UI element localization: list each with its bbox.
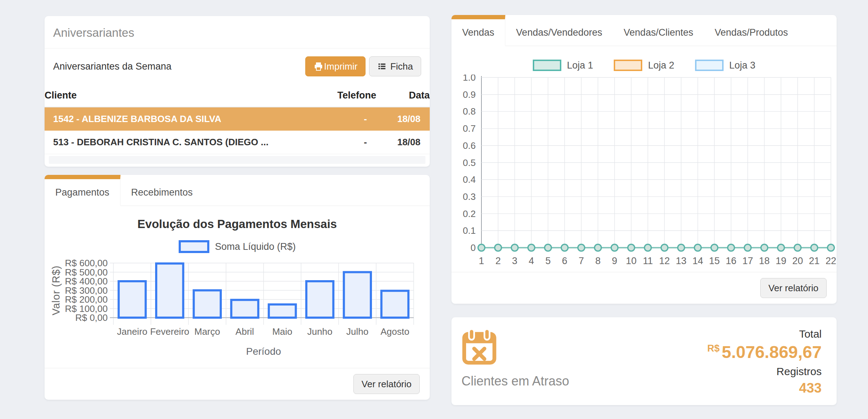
tab-label: Pagamentos <box>55 187 109 198</box>
svg-text:Março: Março <box>194 326 220 337</box>
legend-swatch <box>533 60 561 71</box>
total-label: Total <box>707 328 822 340</box>
toolbar-buttons: Imprimir Ficha <box>305 56 421 76</box>
vendas-tabbar: Vendas Vendas/Vendedores Vendas/Clientes… <box>451 15 837 46</box>
svg-text:14: 14 <box>693 256 703 266</box>
imprimir-label: Imprimir <box>324 61 358 72</box>
cell-data: 18/08 <box>367 131 430 154</box>
svg-text:18: 18 <box>759 256 770 266</box>
clientes-em-atraso-card: Clientes em Atraso Total R$5.076.869,67 … <box>451 317 837 405</box>
svg-text:8: 8 <box>595 256 601 266</box>
bar-chart: R$ 0,00R$ 100,00R$ 200,00R$ 300,00R$ 400… <box>52 256 423 360</box>
ficha-button[interactable]: Ficha <box>369 56 421 76</box>
svg-text:R$ 200,00: R$ 200,00 <box>65 294 108 305</box>
atraso-title: Clientes em Atraso <box>461 374 569 389</box>
ver-relatorio-label: Ver relatório <box>769 283 818 294</box>
col-header-data: Data <box>376 84 430 107</box>
vendas-chart-area: Loja 1Loja 2Loja 3 00.10.20.30.40.50.60.… <box>451 59 837 269</box>
legend-swatch <box>179 240 209 253</box>
svg-text:0.4: 0.4 <box>463 174 476 185</box>
tab-vendas[interactable]: Vendas <box>451 15 505 46</box>
tab-vendas-clientes[interactable]: Vendas/Clientes <box>613 15 704 46</box>
svg-text:16: 16 <box>726 256 736 266</box>
svg-text:Valor (R$): Valor (R$) <box>52 266 62 315</box>
line-chart: 00.10.20.30.40.50.60.70.80.91.0123456789… <box>451 75 837 269</box>
cell-telefone: - <box>274 107 367 131</box>
legend-item: Loja 2 <box>614 60 674 71</box>
legend-item: Loja 3 <box>695 60 756 71</box>
svg-text:10: 10 <box>626 256 637 266</box>
atraso-left-block: Clientes em Atraso <box>461 328 569 396</box>
pagamentos-footer: Ver relatório <box>45 368 430 400</box>
svg-text:22: 22 <box>826 256 836 266</box>
table-row[interactable]: 513 - DEBORAH CRISTINA C. SANTOS (DIEGO … <box>45 131 430 154</box>
svg-text:Maio: Maio <box>272 326 292 337</box>
legend-label: Loja 3 <box>729 60 756 71</box>
total-amount: 5.076.869,67 <box>722 343 822 362</box>
tab-vendas-vendedores[interactable]: Vendas/Vendedores <box>505 15 613 46</box>
tab-label: Recebimentos <box>131 187 193 198</box>
left-column: Aniversariantes Aniversariantes da Seman… <box>45 16 430 400</box>
right-column: Vendas Vendas/Vendedores Vendas/Clientes… <box>451 15 837 405</box>
total-value: R$5.076.869,67 <box>707 342 822 362</box>
svg-text:Junho: Junho <box>307 326 332 337</box>
svg-text:1: 1 <box>479 256 484 266</box>
svg-text:2: 2 <box>495 256 501 266</box>
cell-data: 18/08 <box>367 107 430 131</box>
svg-text:0: 0 <box>471 242 476 253</box>
tab-pagamentos[interactable]: Pagamentos <box>45 175 121 206</box>
aniversariantes-card: Aniversariantes Aniversariantes da Seman… <box>45 16 430 167</box>
aniversariantes-table: Cliente Telefone Data 1542 - ALBENIZE BA… <box>45 84 430 164</box>
legend-label: Soma Líquido (R$) <box>215 241 296 252</box>
tab-recebimentos[interactable]: Recebimentos <box>121 175 204 206</box>
svg-text:Abril: Abril <box>235 326 254 337</box>
svg-text:0.1: 0.1 <box>463 225 476 236</box>
svg-text:R$ 600,00: R$ 600,00 <box>65 258 108 268</box>
svg-text:3: 3 <box>512 256 517 266</box>
table-empty-row-strip <box>49 156 425 164</box>
bar-chart-title: Evolução dos Pagamentos Mensais <box>52 217 423 231</box>
legend-item: Loja 1 <box>533 60 593 71</box>
legend-label: Loja 2 <box>648 60 674 71</box>
svg-text:4: 4 <box>529 256 534 266</box>
svg-text:R$ 500,00: R$ 500,00 <box>65 267 108 278</box>
svg-text:R$ 300,00: R$ 300,00 <box>65 285 108 296</box>
svg-text:17: 17 <box>742 256 753 266</box>
vendas-card: Vendas Vendas/Vendedores Vendas/Clientes… <box>451 15 837 304</box>
legend-item: Soma Líquido (R$) <box>179 240 296 253</box>
svg-text:0.3: 0.3 <box>463 191 476 202</box>
svg-text:0.5: 0.5 <box>463 157 476 168</box>
svg-text:1.0: 1.0 <box>463 75 476 83</box>
svg-text:11: 11 <box>643 256 653 266</box>
svg-text:Período: Período <box>246 346 281 357</box>
svg-text:0.6: 0.6 <box>463 140 476 151</box>
pagamentos-chart-area: Evolução dos Pagamentos Mensais Soma Líq… <box>45 217 430 368</box>
svg-text:12: 12 <box>659 256 670 266</box>
tab-label: Vendas/Clientes <box>624 27 693 38</box>
page-title: Aniversariantes <box>53 26 134 39</box>
currency-prefix: R$ <box>707 343 720 354</box>
vendas-footer: Ver relatório <box>451 272 837 304</box>
col-header-telefone: Telefone <box>284 84 376 107</box>
tab-label: Vendas/Produtos <box>715 27 788 38</box>
svg-text:Fevereiro: Fevereiro <box>150 326 189 337</box>
cell-telefone: - <box>274 131 367 154</box>
svg-text:19: 19 <box>776 256 786 266</box>
ver-relatorio-button[interactable]: Ver relatório <box>353 374 420 394</box>
svg-text:R$ 100,00: R$ 100,00 <box>65 303 108 314</box>
cell-cliente: 513 - DEBORAH CRISTINA C. SANTOS (DIEGO … <box>45 131 274 154</box>
svg-text:20: 20 <box>792 256 803 266</box>
ficha-label: Ficha <box>390 61 413 72</box>
table-row[interactable]: 1542 - ALBENIZE BARBOSA DA SILVA - 18/08 <box>45 107 430 131</box>
registros-label: Registros <box>707 365 822 378</box>
list-icon <box>377 62 387 71</box>
tab-vendas-produtos[interactable]: Vendas/Produtos <box>704 15 799 46</box>
bar-chart-legend: Soma Líquido (R$) <box>52 240 423 253</box>
ver-relatorio-button[interactable]: Ver relatório <box>760 278 827 298</box>
aniversariantes-header: Aniversariantes <box>45 16 430 49</box>
svg-text:5: 5 <box>545 256 551 266</box>
pagamentos-tabbar: Pagamentos Recebimentos <box>45 175 430 206</box>
line-chart-legend: Loja 1Loja 2Loja 3 <box>451 59 837 72</box>
imprimir-button[interactable]: Imprimir <box>305 56 366 76</box>
svg-text:0.8: 0.8 <box>463 106 476 117</box>
